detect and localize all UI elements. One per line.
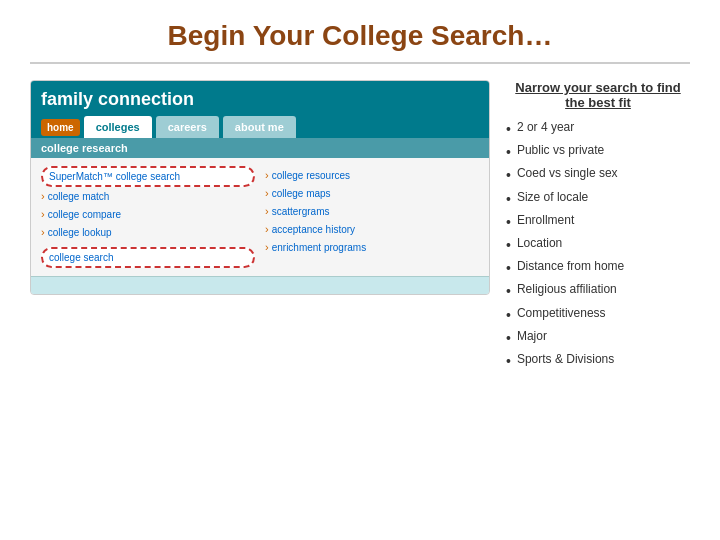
nav-colleges[interactable]: colleges xyxy=(84,116,152,138)
bullet-icon: • xyxy=(506,190,511,208)
list-item: •Distance from home xyxy=(506,259,690,277)
link-scattergrams[interactable]: › scattergrams xyxy=(265,202,479,220)
bullet-icon: • xyxy=(506,259,511,277)
bullet-icon: • xyxy=(506,236,511,254)
browser-body: SuperMatch™ college search › college mat… xyxy=(31,158,489,276)
list-item: •Size of locale xyxy=(506,190,690,208)
bullet-icon: • xyxy=(506,143,511,161)
bullet-icon: • xyxy=(506,166,511,184)
narrow-title: Narrow your search to find the best fit xyxy=(506,80,690,110)
narrow-panel: Narrow your search to find the best fit … xyxy=(506,76,690,375)
nav-careers[interactable]: careers xyxy=(156,116,219,138)
bullet-icon: • xyxy=(506,282,511,300)
link-college-search[interactable]: college search xyxy=(41,247,255,268)
browser-footer xyxy=(31,276,489,294)
list-item: •2 or 4 year xyxy=(506,120,690,138)
link-supermatch[interactable]: SuperMatch™ college search xyxy=(41,166,255,187)
list-item: •Coed vs single sex xyxy=(506,166,690,184)
bullet-list: •2 or 4 year •Public vs private •Coed vs… xyxy=(506,120,690,370)
list-item: •Enrollment xyxy=(506,213,690,231)
home-button[interactable]: home xyxy=(41,119,80,136)
list-item: •Sports & Divisions xyxy=(506,352,690,370)
nav-bar: home colleges careers about me xyxy=(41,116,479,138)
right-links-column: › college resources › college maps › sca… xyxy=(265,166,479,268)
list-item: •Location xyxy=(506,236,690,254)
browser-header: family connection home colleges careers … xyxy=(31,81,489,138)
link-college-resources[interactable]: › college resources xyxy=(265,166,479,184)
page-title: Begin Your College Search… xyxy=(30,20,690,52)
link-college-compare[interactable]: › college compare xyxy=(41,205,255,223)
bullet-icon: • xyxy=(506,213,511,231)
site-title: family connection xyxy=(41,89,479,116)
link-college-match[interactable]: › college match xyxy=(41,187,255,205)
link-acceptance-history[interactable]: › acceptance history xyxy=(265,220,479,238)
link-college-lookup[interactable]: › college lookup xyxy=(41,223,255,241)
bullet-icon: • xyxy=(506,352,511,370)
list-item: •Public vs private xyxy=(506,143,690,161)
list-item: •Competitiveness xyxy=(506,306,690,324)
left-links-column: SuperMatch™ college search › college mat… xyxy=(41,166,255,268)
bullet-icon: • xyxy=(506,120,511,138)
browser-mockup: family connection home colleges careers … xyxy=(30,80,490,295)
sub-nav: college research xyxy=(31,138,489,158)
title-divider xyxy=(30,62,690,64)
content-row: family connection home colleges careers … xyxy=(30,76,690,375)
bullet-icon: • xyxy=(506,306,511,324)
nav-about-me[interactable]: about me xyxy=(223,116,296,138)
list-item: •Major xyxy=(506,329,690,347)
slide: Begin Your College Search… family connec… xyxy=(0,0,720,540)
list-item: •Religious affiliation xyxy=(506,282,690,300)
bullet-icon: • xyxy=(506,329,511,347)
link-enrichment-programs[interactable]: › enrichment programs xyxy=(265,238,479,256)
link-college-maps[interactable]: › college maps xyxy=(265,184,479,202)
